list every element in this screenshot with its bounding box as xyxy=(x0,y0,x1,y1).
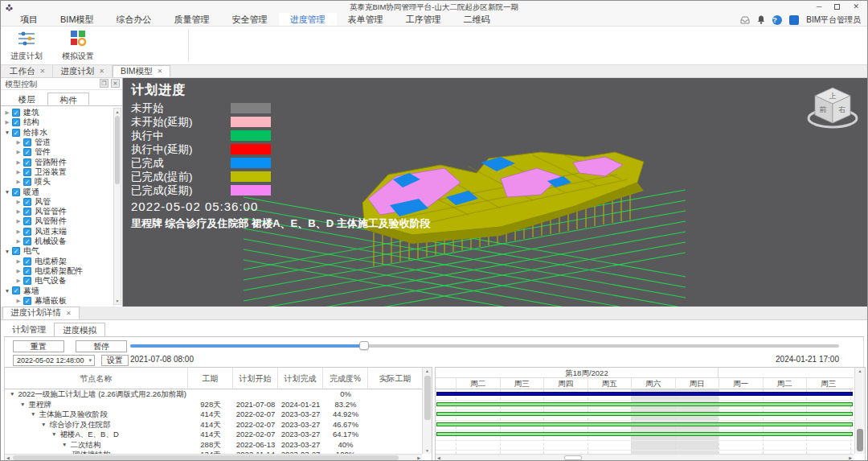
collapse-icon[interactable]: ▼ xyxy=(41,422,46,427)
scroll-up-icon[interactable]: ▲ xyxy=(855,368,865,373)
gantt-vscrollbar[interactable]: ▲ xyxy=(854,368,865,454)
tree-item[interactable]: ▼✓给排水 xyxy=(1,128,113,138)
tree-item[interactable]: ▶✓管件 xyxy=(1,147,113,157)
expand-icon[interactable]: ▶ xyxy=(14,208,23,215)
expand-icon[interactable]: ▶ xyxy=(14,199,23,205)
tree-item[interactable]: ▼✓暖通 xyxy=(1,187,113,196)
collapse-icon[interactable]: ▼ xyxy=(3,249,11,254)
tree-item[interactable]: ▶✓风管附件 xyxy=(1,216,113,226)
table-row[interactable]: ▼2022一级施工计划上墙 (2.26调版式用2.26加前期)0% xyxy=(5,389,423,400)
menu-item[interactable]: 综合办公 xyxy=(105,13,163,26)
inner-tab[interactable]: 进度模拟 xyxy=(54,323,105,336)
checkbox[interactable]: ✓ xyxy=(23,138,31,146)
tree-item[interactable]: ▶✓风管 xyxy=(1,197,113,207)
checkbox[interactable]: ✓ xyxy=(23,257,31,265)
settings-button[interactable]: 设置 xyxy=(101,355,129,366)
expand-icon[interactable]: ▶ xyxy=(14,228,23,235)
collapse-icon[interactable]: ▼ xyxy=(62,442,67,447)
column-header[interactable]: 计划开始 xyxy=(233,368,278,389)
tree-item[interactable]: ▶✓建筑 xyxy=(1,108,113,117)
doc-tab[interactable]: BIM模型✕ xyxy=(113,65,170,77)
expand-icon[interactable]: ▶ xyxy=(14,218,23,224)
scroll-down-icon[interactable]: ▼ xyxy=(423,448,432,453)
table-row[interactable]: ▼二次结构288天2022-06-132023-03-2740% xyxy=(5,440,423,451)
schedule-plan-button[interactable]: 进度计划 xyxy=(6,30,47,62)
checkbox[interactable]: ✓ xyxy=(12,247,20,255)
menu-item[interactable]: 质量管理 xyxy=(163,13,221,26)
chevron-down-icon[interactable]: ▾ xyxy=(88,356,92,365)
column-header[interactable]: 完成度% xyxy=(323,368,368,389)
checkbox[interactable]: ✓ xyxy=(23,277,31,285)
reset-button[interactable]: 重置 xyxy=(13,340,64,352)
viewport-3d[interactable]: 计划进度 未开始未开始(延期)执行中执行中(延期)已完成已完成(提前)已完成(延… xyxy=(123,78,867,307)
float-panel-icon[interactable]: ❐ xyxy=(100,79,108,88)
doc-tab[interactable]: 进度计划✕ xyxy=(53,65,113,77)
checkbox[interactable]: ✓ xyxy=(12,286,20,294)
checkbox[interactable]: ✓ xyxy=(12,188,20,196)
scrollbar-thumb[interactable] xyxy=(564,455,582,460)
collapse-icon[interactable]: ▼ xyxy=(3,130,11,135)
menu-item[interactable]: 二维码 xyxy=(452,13,502,26)
scrollbar-thumb[interactable] xyxy=(857,429,863,451)
scroll-up-icon[interactable]: ▲ xyxy=(114,109,121,114)
tree-item[interactable]: ▶✓幕墙嵌板 xyxy=(1,296,113,305)
tree-item[interactable]: ▶✓电缆桥架 xyxy=(1,256,113,265)
checkbox[interactable]: ✓ xyxy=(23,267,31,275)
close-icon[interactable]: ✕ xyxy=(40,68,46,75)
tree-item[interactable]: ▶✓电缆桥架配件 xyxy=(1,266,113,276)
tree-scrollbar[interactable]: ▲ ▼ xyxy=(113,108,121,305)
menu-item[interactable]: 进度管理 xyxy=(279,13,337,26)
detail-tab[interactable]: 进度计划详情 ✕ xyxy=(2,307,80,319)
scroll-down-icon[interactable]: ▼ xyxy=(114,298,121,303)
close-icon[interactable]: ✕ xyxy=(66,310,72,317)
checkbox[interactable]: ✓ xyxy=(23,198,31,206)
expand-icon[interactable]: ▶ xyxy=(14,169,23,175)
pause-button[interactable]: 暂停 xyxy=(76,340,127,352)
checkbox[interactable]: ✓ xyxy=(23,237,31,245)
collapse-icon[interactable]: ▼ xyxy=(3,288,11,294)
bell-icon[interactable] xyxy=(757,15,765,24)
table-row[interactable]: ▼裙楼A、E、B、D414天2022-02-072023-03-2764.17% xyxy=(5,430,423,440)
menu-item[interactable]: 工序管理 xyxy=(395,13,452,26)
tree-item[interactable]: ▶✓风管管件 xyxy=(1,207,113,216)
time-slider[interactable] xyxy=(130,344,839,348)
collapse-icon[interactable]: ▼ xyxy=(31,411,35,417)
tree-item[interactable]: ▶✓结构 xyxy=(1,117,113,127)
model-panel-tab[interactable]: 构件 xyxy=(47,93,89,105)
checkbox[interactable]: ✓ xyxy=(23,148,31,156)
minimize-button[interactable]: ─ xyxy=(817,1,821,13)
column-header[interactable]: 节点名称 xyxy=(5,368,188,389)
checkbox[interactable]: ✓ xyxy=(23,208,31,216)
menu-item[interactable]: 表单管理 xyxy=(337,13,395,26)
table-row[interactable]: ▼综合诊疗及住院部414天2022-02-072023-03-2746.67% xyxy=(5,420,423,430)
expand-icon[interactable]: ▶ xyxy=(14,159,23,166)
checkbox[interactable]: ✓ xyxy=(23,158,31,167)
simulation-settings-button[interactable]: 模拟设置 xyxy=(57,30,99,62)
maximize-button[interactable] xyxy=(834,4,840,10)
checkbox[interactable]: ✓ xyxy=(23,297,31,305)
doc-tab[interactable]: 工作台✕ xyxy=(2,65,53,77)
collapse-icon[interactable]: ▼ xyxy=(3,189,11,195)
tree-item[interactable]: ▶✓管路附件 xyxy=(1,157,113,167)
table-row[interactable]: ▼里程牌928天2021-07-082024-01-2183.2% xyxy=(5,400,423,410)
menu-item[interactable]: 安全管理 xyxy=(221,13,279,26)
slider-thumb[interactable] xyxy=(359,341,369,350)
table-hscrollbar[interactable]: ◀ ▶ xyxy=(5,454,422,461)
expand-icon[interactable]: ▶ xyxy=(14,268,23,274)
expand-icon[interactable]: ▶ xyxy=(14,179,23,185)
checkbox[interactable]: ✓ xyxy=(12,109,20,117)
checkbox[interactable]: ✓ xyxy=(23,168,31,176)
expand-icon[interactable]: ▶ xyxy=(14,149,23,155)
expand-icon[interactable]: ▶ xyxy=(14,278,23,284)
expand-icon[interactable]: ▶ xyxy=(14,238,23,245)
tree-item[interactable]: ▶✓管道 xyxy=(1,138,113,147)
tray-icon[interactable] xyxy=(740,16,750,24)
menu-item[interactable]: 项目 xyxy=(9,13,49,26)
checkbox[interactable]: ✓ xyxy=(12,118,20,126)
menu-item[interactable]: BIM模型 xyxy=(49,13,105,26)
column-header[interactable]: 计划完成 xyxy=(278,368,323,389)
scrollbar-thumb[interactable] xyxy=(424,376,431,420)
tree-item[interactable]: ▶✓机械设备 xyxy=(1,237,113,246)
help-icon[interactable]: ? xyxy=(772,15,782,25)
tree-item[interactable]: ▼✓电气 xyxy=(1,246,113,256)
